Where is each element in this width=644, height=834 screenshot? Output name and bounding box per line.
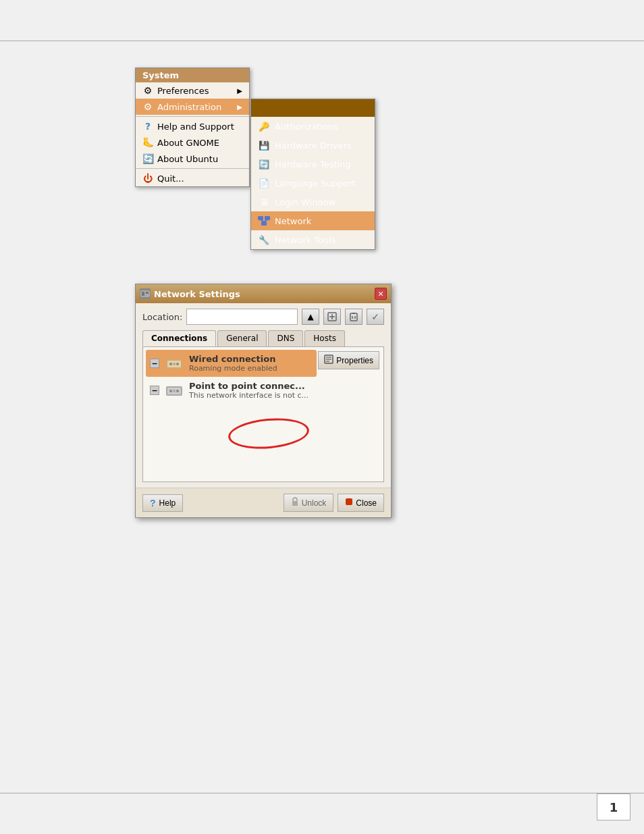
administration-arrow: ▶	[237, 103, 242, 111]
tab-hosts[interactable]: Hosts	[304, 330, 345, 346]
submenu-header	[251, 99, 375, 117]
submenu-item-login-window[interactable]: 🖥 Login Window	[251, 192, 375, 211]
submenu-item-network[interactable]: Network	[251, 211, 375, 230]
hardware-testing-icon: 🔄	[258, 158, 270, 170]
footer-right: Unlock Close	[284, 494, 384, 512]
submenu-item-hardware-drivers[interactable]: 💾 Hardware Drivers	[251, 136, 375, 155]
hardware-testing-label: Hardware Testing	[275, 159, 351, 170]
network-label: Network	[275, 216, 311, 226]
location-delete-btn[interactable]	[345, 309, 363, 325]
submenu-item-network-tools[interactable]: 🔧 Network Tools	[251, 230, 375, 249]
location-spinner-up-btn[interactable]: ▲	[302, 309, 319, 325]
page-number: 1	[597, 793, 630, 820]
help-button-label: Help	[159, 498, 176, 508]
help-button[interactable]: ? Help	[142, 494, 183, 512]
network-tools-label: Network Tools	[275, 235, 336, 245]
network-tools-icon: 🔧	[258, 234, 270, 246]
wired-icon	[165, 354, 184, 373]
menu-item-preferences[interactable]: ⚙ Preferences ▶	[136, 82, 249, 99]
menu-item-about-gnome[interactable]: 🦶 About GNOME	[136, 134, 249, 151]
wired-minus-button[interactable]: −	[150, 359, 159, 368]
menu-item-help[interactable]: ? Help and Support	[136, 118, 249, 134]
location-label: Location:	[142, 312, 182, 322]
connection-item-ppp[interactable]: − Point to point connec...	[146, 377, 317, 404]
administration-icon: ⚙	[142, 101, 153, 112]
close-button[interactable]: Close	[338, 494, 384, 512]
about-ubuntu-label: About Ubuntu	[157, 154, 218, 164]
preferences-label: Preferences	[157, 86, 209, 96]
ppp-connection-info: Point to point connec... This network in…	[189, 381, 313, 400]
submenu-item-authorizations[interactable]: 🔑 Authorizations	[251, 117, 375, 136]
svg-rect-1	[265, 216, 270, 220]
bottom-rule	[0, 793, 644, 793]
preferences-icon: ⚙	[142, 85, 153, 96]
system-menu-title[interactable]: System	[136, 68, 249, 82]
svg-point-22	[169, 390, 172, 392]
tab-general[interactable]: General	[217, 330, 267, 346]
location-add-btn[interactable]	[323, 309, 341, 325]
ppp-minus-button[interactable]: −	[150, 386, 159, 395]
administration-label: Administration	[157, 102, 221, 112]
dialog-close-x-button[interactable]: ✕	[375, 288, 387, 300]
ppp-connection-status: This network interface is not c...	[189, 391, 313, 400]
unlock-button-label: Unlock	[302, 498, 327, 508]
gnome-icon: 🦶	[142, 137, 153, 148]
dialog-title-icon	[140, 288, 151, 299]
help-label: Help and Support	[157, 122, 234, 132]
svg-point-19	[176, 363, 179, 365]
menu-divider-1	[136, 116, 249, 117]
language-support-label: Language Support	[275, 178, 356, 188]
unlock-button[interactable]: Unlock	[284, 494, 334, 512]
system-menu-container: System ⚙ Preferences ▶ ⚙ Administration …	[135, 68, 250, 187]
close-icon	[345, 498, 353, 508]
connections-list: − Wired connection	[143, 347, 319, 481]
svg-rect-7	[146, 292, 149, 294]
unlock-icon	[291, 497, 299, 509]
menu-divider-2	[136, 168, 249, 169]
menu-item-administration[interactable]: ⚙ Administration ▶ 🔑 Authorizations 💾 Ha…	[136, 99, 249, 115]
help-circle-icon: ?	[150, 498, 156, 509]
wired-connection-status: Roaming mode enabled	[189, 364, 313, 373]
wired-connection-name: Wired connection	[189, 354, 313, 364]
connection-item-wired[interactable]: − Wired connection	[146, 350, 317, 377]
tab-connections[interactable]: Connections	[142, 330, 216, 346]
svg-line-4	[264, 220, 267, 221]
submenu-item-language-support[interactable]: 📄 Language Support	[251, 174, 375, 192]
connections-content-area: − Wired connection	[142, 347, 384, 482]
svg-rect-6	[142, 292, 144, 296]
network-icon	[258, 215, 270, 227]
location-input[interactable]	[186, 309, 298, 325]
language-support-icon: 📄	[258, 177, 270, 189]
location-row: Location: ▲	[142, 309, 384, 325]
about-gnome-label: About GNOME	[157, 138, 219, 148]
svg-point-18	[173, 363, 176, 365]
quit-icon: ⏻	[142, 173, 153, 184]
close-button-label: Close	[356, 498, 377, 508]
tabs-row: Connections General DNS Hosts	[142, 330, 384, 347]
wired-connection-info: Wired connection Roaming mode enabled	[189, 354, 313, 373]
svg-rect-2	[261, 221, 267, 226]
dialog-titlebar: Network Settings ✕	[136, 284, 391, 303]
svg-point-23	[173, 390, 176, 392]
properties-icon	[324, 355, 333, 366]
dialog-body: Location: ▲	[136, 303, 391, 488]
login-window-label: Login Window	[275, 197, 336, 207]
help-icon: ?	[142, 121, 153, 132]
system-menu-popup: System ⚙ Preferences ▶ ⚙ Administration …	[135, 68, 250, 187]
top-rule	[0, 41, 644, 41]
properties-column: Properties	[319, 347, 383, 481]
menu-item-about-ubuntu[interactable]: 🔄 About Ubuntu	[136, 151, 249, 167]
authorizations-icon: 🔑	[258, 120, 270, 132]
properties-button[interactable]: Properties	[318, 351, 379, 369]
tab-dns[interactable]: DNS	[268, 330, 303, 346]
menu-item-quit[interactable]: ⏻ Quit...	[136, 170, 249, 186]
svg-line-3	[261, 220, 264, 221]
svg-rect-11	[350, 313, 357, 321]
titlebar-left: Network Settings	[140, 288, 240, 299]
dialog-title: Network Settings	[154, 289, 240, 299]
submenu-item-hardware-testing[interactable]: 🔄 Hardware Testing	[251, 155, 375, 174]
hardware-drivers-label: Hardware Drivers	[275, 140, 352, 151]
network-settings-dialog: Network Settings ✕ Location: ▲	[135, 284, 392, 518]
location-apply-btn[interactable]: ✓	[367, 309, 384, 325]
svg-rect-0	[258, 216, 263, 220]
